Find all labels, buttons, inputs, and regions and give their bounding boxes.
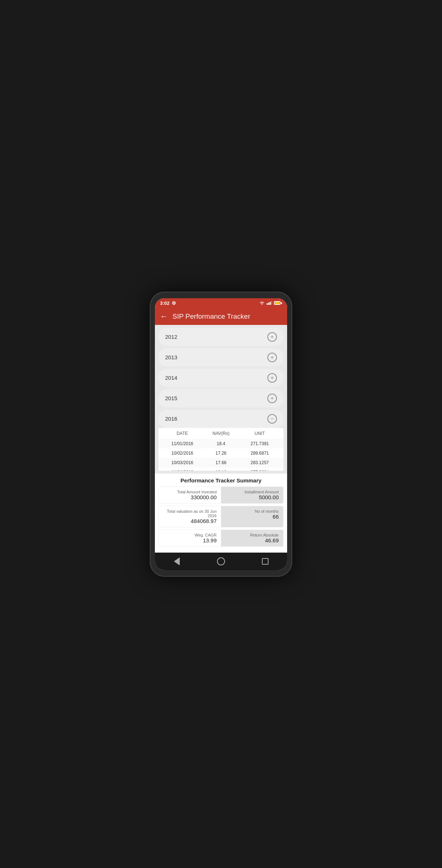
year-row-2015[interactable]: 2015 + — [159, 389, 283, 408]
cell-nav: 17.26 — [202, 451, 240, 456]
collapse-icon-2016: − — [267, 414, 277, 424]
year-label-2016: 2016 — [165, 416, 177, 422]
summary-label-left-0: Total Amount Invested — [163, 490, 217, 494]
cell-date: 11/01/2016 — [163, 441, 202, 446]
gear-icon: ⚙ — [172, 300, 176, 306]
year-row-2012[interactable]: 2012 + — [159, 328, 283, 346]
year-row-2016[interactable]: 2016 − — [159, 410, 283, 428]
nav-bar — [155, 553, 287, 570]
table-body: 11/01/2016 18.4 271.7391 10/02/2016 17.2… — [159, 439, 283, 471]
summary-value-right-2: 46.69 — [225, 537, 279, 543]
signal-icon — [267, 301, 272, 305]
year-label-2014: 2014 — [165, 375, 177, 381]
year-label-2012: 2012 — [165, 334, 177, 340]
table-row: 11/01/2016 18.4 271.7391 — [159, 439, 283, 448]
battery-icon — [274, 301, 282, 305]
status-left: 3:02 ⚙ — [160, 300, 176, 306]
summary-card-2: Weg. CAGR 13.99 Return Absolute 46.69 — [159, 530, 283, 547]
expand-icon-2014: + — [267, 373, 277, 383]
cell-nav: 18.16 — [202, 470, 240, 471]
back-nav-button[interactable] — [172, 556, 182, 566]
table-row: 11/04/2016 18.16 275.3304 — [159, 467, 283, 471]
year-row-2013[interactable]: 2013 + — [159, 348, 283, 367]
summary-cell-left-2: Weg. CAGR 13.99 — [159, 530, 221, 546]
summary-card-1: Total valuation as on 30 Jun 2016 484068… — [159, 506, 283, 527]
recent-nav-button[interactable] — [260, 556, 270, 566]
app-bar: ← SIP Performance Tracker — [155, 308, 287, 325]
summary-value-right-0: 5000.00 — [225, 494, 279, 500]
year-row-2014[interactable]: 2014 + — [159, 369, 283, 387]
cell-nav: 17.66 — [202, 460, 240, 465]
col-header-nav: NAV(Rs) — [202, 431, 240, 436]
summary-value-left-2: 13.99 — [163, 537, 217, 543]
summary-cell-left-0: Total Amount Invested 330000.00 — [159, 487, 221, 503]
cell-date: 10/02/2016 — [163, 451, 202, 456]
time-display: 3:02 — [160, 300, 169, 306]
phone-shell: 3:02 ⚙ — [150, 292, 292, 577]
cell-unit: 283.1257 — [240, 460, 279, 465]
cell-unit: 271.7391 — [240, 441, 279, 446]
year-label-2015: 2015 — [165, 395, 177, 401]
summary-value-left-0: 330000.00 — [163, 494, 217, 500]
cell-date: 11/04/2016 — [163, 470, 202, 471]
summary-label-right-2: Return Absolute — [225, 533, 279, 537]
summary-label-left-1: Total valuation as on 30 Jun 2016 — [163, 509, 217, 518]
summary-card-0: Total Amount Invested 330000.00 Installm… — [159, 486, 283, 504]
year-label-2013: 2013 — [165, 354, 177, 360]
summary-label-right-1: No of months — [225, 509, 279, 513]
cell-unit: 289.6871 — [240, 451, 279, 456]
home-nav-button[interactable] — [216, 556, 226, 566]
svg-point-0 — [262, 304, 262, 305]
table-row: 10/03/2016 17.66 283.1257 — [159, 458, 283, 467]
cell-nav: 18.4 — [202, 441, 240, 446]
summary-cards: Total Amount Invested 330000.00 Installm… — [159, 486, 283, 547]
summary-section: Performance Tracker Summary Total Amount… — [155, 474, 287, 553]
wifi-icon — [259, 301, 265, 305]
summary-value-left-1: 484068.97 — [163, 518, 217, 524]
status-bar: 3:02 ⚙ — [155, 298, 287, 308]
expanded-table-2016: DATE NAV(Rs) UNIT 11/01/2016 18.4 271.73… — [159, 428, 283, 471]
summary-cell-right-2: Return Absolute 46.69 — [221, 530, 283, 546]
summary-title: Performance Tracker Summary — [159, 477, 283, 484]
summary-label-left-2: Weg. CAGR — [163, 533, 217, 537]
phone-screen: 3:02 ⚙ — [155, 298, 287, 570]
summary-label-right-0: Installment Amount — [225, 490, 279, 494]
status-right — [259, 301, 282, 305]
table-row: 10/02/2016 17.26 289.6871 — [159, 448, 283, 458]
app-title: SIP Performance Tracker — [172, 312, 250, 321]
expand-icon-2015: + — [267, 394, 277, 403]
table-header: DATE NAV(Rs) UNIT — [159, 428, 283, 439]
summary-cell-left-1: Total valuation as on 30 Jun 2016 484068… — [159, 506, 221, 527]
cell-date: 10/03/2016 — [163, 460, 202, 465]
cell-unit: 275.3304 — [240, 470, 279, 471]
main-content: 2012 + 2013 + 2014 + 2015 + — [155, 325, 287, 553]
summary-cell-right-1: No of months 66 — [221, 506, 283, 527]
year-list: 2012 + 2013 + 2014 + 2015 + — [155, 325, 287, 428]
expand-icon-2013: + — [267, 353, 277, 362]
expand-icon-2012: + — [267, 332, 277, 342]
back-button[interactable]: ← — [160, 312, 168, 321]
col-header-date: DATE — [163, 431, 202, 436]
col-header-unit: UNIT — [240, 431, 279, 436]
summary-value-right-1: 66 — [225, 513, 279, 520]
summary-cell-right-0: Installment Amount 5000.00 — [221, 487, 283, 503]
